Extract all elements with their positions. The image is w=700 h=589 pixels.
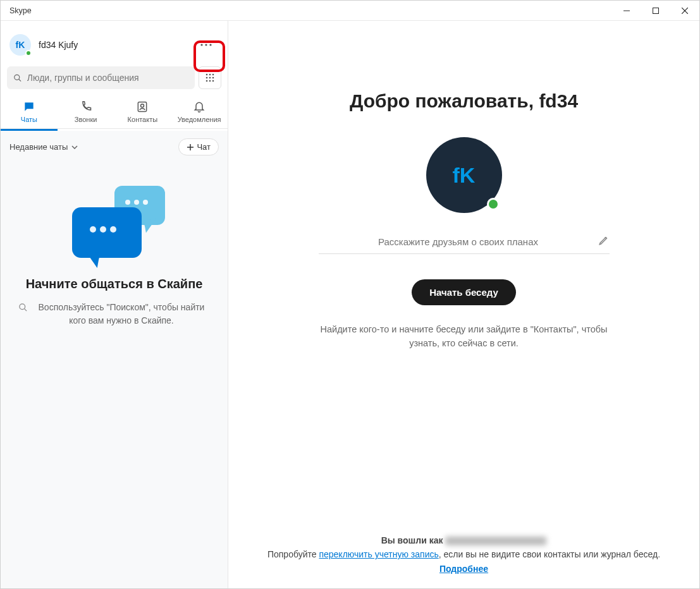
welcome-heading: Добро пожаловать, fd34: [350, 90, 578, 112]
tab-label: Чаты: [21, 116, 37, 123]
footer-try-prefix: Попробуйте: [267, 549, 319, 559]
phone-icon: [80, 100, 92, 113]
svg-point-19: [141, 104, 144, 107]
close-button[interactable]: [670, 1, 699, 21]
chevron-down-icon: [71, 145, 78, 149]
chat-icon: [23, 100, 35, 113]
status-input[interactable]: [319, 236, 598, 247]
contacts-icon: [136, 100, 149, 113]
profile-row: fK fd34 Kjufy: [1, 21, 228, 66]
empty-state: Начните общаться в Скайпе Воспользуйтесь…: [1, 163, 228, 588]
window-title: Skype: [9, 6, 32, 15]
search-box[interactable]: [7, 66, 195, 89]
tab-notifications[interactable]: Уведомления: [171, 95, 228, 128]
tab-label: Контакты: [128, 116, 158, 123]
svg-rect-1: [653, 8, 659, 13]
search-icon: [18, 303, 28, 312]
svg-line-23: [24, 308, 27, 311]
search-icon: [13, 73, 22, 83]
tab-calls[interactable]: Звонки: [58, 95, 114, 128]
filter-row: Недавние чаты Чат: [1, 131, 228, 163]
new-chat-button[interactable]: Чат: [178, 138, 219, 155]
svg-point-12: [206, 77, 208, 79]
sidebar: fK fd34 Kjufy: [1, 21, 228, 588]
empty-desc-text: Воспользуйтесь "Поиском", чтобы найти ко…: [33, 301, 210, 327]
svg-point-9: [206, 74, 208, 76]
start-conversation-button[interactable]: Начать беседу: [412, 279, 516, 305]
search-row: [1, 66, 228, 95]
svg-rect-18: [138, 102, 147, 112]
svg-point-6: [209, 44, 211, 46]
signed-in-account-redacted: [445, 537, 546, 545]
svg-point-22: [20, 304, 25, 310]
bell-icon: [193, 100, 206, 113]
pencil-icon: [598, 234, 610, 246]
svg-point-13: [209, 77, 211, 79]
footer: Вы вошли как Попробуйте переключить учет…: [228, 533, 699, 576]
hint-text: Найдите кого-то и начните беседу или зай…: [319, 323, 610, 351]
learn-more-link[interactable]: Подробнее: [439, 564, 488, 574]
tab-contacts[interactable]: Контакты: [114, 95, 171, 128]
dialpad-icon: [206, 73, 214, 82]
chat-bubbles-illustration: [67, 182, 162, 264]
presence-indicator-large: [487, 198, 500, 210]
switch-account-link[interactable]: переключить учетную запись: [319, 549, 438, 559]
svg-line-8: [19, 79, 21, 81]
avatar-initials: fK: [16, 40, 25, 50]
avatar-large-initials: fK: [453, 163, 476, 188]
maximize-button[interactable]: [641, 1, 670, 21]
tabs: Чаты Звонки Контакты Уведомления: [1, 95, 228, 129]
presence-indicator: [25, 50, 32, 56]
svg-point-15: [206, 80, 208, 82]
svg-point-14: [212, 77, 214, 79]
svg-point-17: [212, 80, 214, 82]
avatar-large[interactable]: fK: [426, 137, 502, 213]
tab-label: Уведомления: [178, 116, 221, 123]
plus-icon: [187, 143, 194, 151]
edit-status-button[interactable]: [598, 234, 610, 248]
svg-point-16: [209, 80, 211, 82]
status-row: [319, 234, 610, 254]
more-menu-button[interactable]: [193, 32, 219, 58]
footer-try-suffix: , если вы не видите свои контакты или жу…: [439, 549, 660, 559]
titlebar: Skype: [1, 1, 699, 21]
filter-label-text: Недавние чаты: [9, 142, 68, 152]
recent-chats-dropdown[interactable]: Недавние чаты: [9, 142, 78, 152]
signed-in-label: Вы вошли как: [381, 535, 443, 545]
tab-label: Звонки: [75, 116, 97, 123]
new-chat-label: Чат: [197, 142, 211, 152]
svg-point-10: [209, 74, 211, 76]
minimize-button[interactable]: [612, 1, 641, 21]
dialpad-button[interactable]: [199, 66, 221, 89]
main-content: Добро пожаловать, fd34 fK Начать беседу …: [228, 21, 699, 588]
avatar[interactable]: fK: [9, 34, 31, 56]
svg-point-5: [205, 44, 207, 46]
empty-title: Начните общаться в Скайпе: [26, 276, 203, 292]
tab-chats[interactable]: Чаты: [1, 95, 58, 128]
window-controls: [612, 1, 699, 21]
empty-desc: Воспользуйтесь "Поиском", чтобы найти ко…: [18, 301, 210, 327]
more-icon: [200, 44, 212, 46]
svg-point-7: [15, 75, 20, 80]
username[interactable]: fd34 Kjufy: [39, 40, 78, 50]
svg-point-11: [212, 74, 214, 76]
svg-point-4: [200, 44, 202, 46]
search-input[interactable]: [27, 73, 188, 83]
